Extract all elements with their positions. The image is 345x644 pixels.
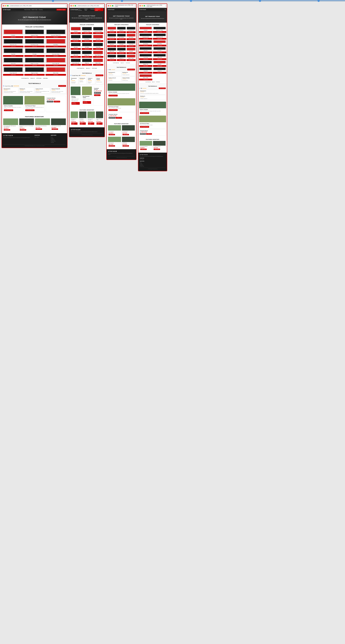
- close-dot-4[interactable]: [139, 5, 141, 6]
- write-review-btn-3[interactable]: WRITE A REVIEW: [127, 69, 135, 70]
- trailer-item-rolloff-base: Roll Off Base Trailer LEARN MORE: [24, 39, 45, 47]
- services-grid-1: Delivery Available Stryker is committed …: [2, 95, 67, 113]
- featured-grid-2: 25' Gooseneck Hydraulic$36,999.00LEARN M…: [70, 111, 103, 126]
- url-bar-3[interactable]: andersontractor.com (765) 378-1900: [114, 4, 135, 7]
- footer-copyright-2: © 2024 Stryker Dealership Group: [71, 133, 103, 135]
- min-dot-3[interactable]: [110, 5, 111, 6]
- progress-bar: [0, 0, 345, 2]
- delivery-btn-3[interactable]: GET PRE-APPROVED: [108, 95, 118, 96]
- nav-logo-2: STRYKER: [70, 9, 78, 10]
- chat-btn-1[interactable]: 💬 CHAT NOW: [47, 101, 53, 102]
- google-rating-4: G 4.9 ★★★★★ WRITE A REVIEW: [139, 88, 166, 89]
- hero-title-1: GET FINANCED TODAY: [23, 16, 46, 19]
- nav-logo-1: STRYKER: [3, 9, 10, 10]
- delivery-btn-2[interactable]: GET PRE-APPROVED: [71, 102, 80, 105]
- min-dot-1[interactable]: [5, 5, 6, 6]
- max-dot-3[interactable]: [112, 5, 113, 6]
- browser-chrome-2: andersontractor.com (765) 378-1900: [69, 4, 104, 8]
- trailer-item-truck-van: Truck & Van Trailers LEARN MORE: [45, 48, 66, 57]
- nav-cta-1[interactable]: Talk With An Expert: [56, 9, 66, 10]
- browser-window-4: andersontractor.com (765) 378-1900 STRYK…: [138, 4, 167, 171]
- inventory-item-4: 14'x97' BP Dump Trailer DP $12,369.00 LE…: [51, 118, 66, 132]
- trailer-item-step-deck: Step Deck LEARN MORE: [3, 48, 23, 57]
- trailer-categories-title-1: TRAILER CATEGORIES: [2, 24, 67, 28]
- site-nav-3: STRYKER ≡: [107, 8, 136, 11]
- finance-btn-1[interactable]: GET PRE-APPROVED: [25, 110, 34, 111]
- footer-link-shop[interactable]: Shop Trailers: [34, 136, 49, 138]
- site-footer-3: STRYKER We carry the most popular brands…: [107, 149, 136, 160]
- browser-window-3: andersontractor.com (765) 378-1900 STRYK…: [106, 4, 136, 160]
- hero-banner-2: GET FINANCED TODAY We carry the most pop…: [69, 11, 104, 23]
- close-dot-1[interactable]: [3, 5, 4, 6]
- testimonials-grid-2: Dannamarie H.★★★★★Great service! Very he…: [70, 77, 103, 84]
- trailer-item-gooseneck: Gooseneck Flatbed CGS LEARN MORE: [45, 29, 66, 38]
- service-finance-4: Get Financed Today! Checkout our financi…: [139, 116, 166, 129]
- hero-title-3: GET FINANCED TODAY: [113, 15, 130, 17]
- site-footer-4: STRYKER We carry the most popular brands…: [138, 152, 167, 171]
- testimonials-section-2: TESTIMONIALS G Google Rating 4.9 ★★★★★ W…: [69, 70, 104, 85]
- google-rating-2: G Google Rating 4.9 ★★★★★ WRITE A REVIEW: [70, 74, 103, 76]
- min-dot-4[interactable]: [142, 5, 143, 6]
- max-dot-4[interactable]: [144, 5, 145, 6]
- trailer-grid-2: EnclosedLEARN MORE Equipment TrailersLEA…: [69, 26, 104, 66]
- write-review-btn-2[interactable]: WRITE A REVIEW: [96, 74, 103, 76]
- trailer-categories-title-4: TRAILER CATEGORIES: [138, 23, 167, 26]
- hero-title-4: GET FINANCED TODAY: [145, 16, 160, 17]
- featured-section-4: FEATURED INVENTORY 25' Gooseneck Hydraul…: [138, 136, 167, 152]
- testimonial-1: Dannamarie H. ★★★★★ Great service! Very …: [3, 88, 18, 94]
- trailer-item-wedge: Wedge 2 Car Hauler LEARN MORE: [24, 58, 45, 66]
- url-bar-2[interactable]: andersontractor.com (765) 378-1900: [77, 4, 103, 7]
- service-customer-2: Customer Service 📞 (765) 378-1926 💬 CHAT…: [93, 86, 103, 106]
- hero-banner-3: GET FINANCED TODAY We carry the most pop…: [107, 11, 136, 23]
- chat-btn-2[interactable]: 💬 CHAT NOW: [94, 92, 101, 94]
- hero-subtitle-4: We carry the most popular brands and tra…: [141, 18, 164, 19]
- contact-btn-4[interactable]: CONTACT US: [146, 133, 152, 135]
- inventory-item-1: 25' Gooseneck 25k 51969 Hydraulic Dove T…: [3, 118, 18, 132]
- min-dot-2[interactable]: [73, 5, 74, 6]
- url-bar-1[interactable]: andersontractor.com (765) 378-1900: [9, 4, 66, 7]
- delivery-btn-4[interactable]: GET PRE-APPROVED: [140, 112, 149, 114]
- contact-btn-3[interactable]: CONTACT US: [116, 117, 122, 119]
- finance-btn-3[interactable]: GET PRE-APPROVED: [108, 109, 118, 111]
- max-dot-2[interactable]: [75, 5, 76, 6]
- trailer-item-single-car: Single Car Trailers LEARN MORE: [24, 67, 45, 76]
- nav-links-1: Shop Inventory Build-A-Trailer Financing: [24, 9, 43, 10]
- testimonial-2: Drinking Co. ★★★★★ Fantastic experience.…: [19, 88, 34, 94]
- service-finance-3: Get Financed Today! Checkout our financi…: [107, 98, 135, 112]
- service-delivery-2: Delivery Available Stryker is committed …: [70, 86, 81, 106]
- browser-window-2: andersontractor.com (765) 378-1900 STRYK…: [69, 4, 105, 137]
- service-customer-4: Customer Service 📞 (765) 378-1926 💬 CHAT…: [139, 129, 166, 136]
- contact-btn-1[interactable]: CONTACT US: [54, 101, 60, 102]
- chat-btn-4[interactable]: 💬 CHAT NOW: [140, 133, 146, 135]
- finance-btn-2[interactable]: GET PRE-APPROVED: [83, 101, 91, 104]
- delivery-btn-1[interactable]: GET PRE-APPROVED: [4, 110, 13, 111]
- write-review-btn-4[interactable]: WRITE A REVIEW: [159, 88, 166, 89]
- featured-section-3: FEATURED INVENTORY 25' Gooseneck$36,999.…: [107, 120, 136, 149]
- trailer-item-build: Build a Trailer LEARN MORE: [45, 67, 66, 76]
- services-section-3: Delivery Available Stryker is committed …: [107, 82, 136, 120]
- trailer-item-utility: Utility & 6X6 LEARN MORE: [3, 58, 23, 66]
- nav-links-2: Shop Inventory Build-A-Trailer Financing: [78, 8, 94, 11]
- close-dot-3[interactable]: [108, 5, 109, 6]
- close-dot-2[interactable]: [70, 5, 72, 6]
- testimonials-section-3: TESTIMONIALS G 4.9 ★★★★★ WRITE A REVIEW …: [107, 64, 136, 82]
- hero-subtitle-2: We carry the most popular brands and tra…: [71, 17, 103, 20]
- site-content-4: STRYKER ≡ GET FINANCED TODAY We carry th…: [138, 8, 167, 171]
- finance-btn-4[interactable]: GET PRE-APPROVED: [140, 126, 149, 128]
- browsers-container: andersontractor.com (765) 378-1900 STRYK…: [0, 2, 345, 173]
- write-review-btn-1[interactable]: WRITE A REVIEW: [58, 85, 66, 87]
- browser-chrome-4: andersontractor.com (765) 378-1900: [138, 4, 167, 8]
- nav-cta-2[interactable]: Talk With An Expert: [94, 8, 103, 11]
- services-grid-2: Delivery Available Stryker is committed …: [69, 85, 104, 107]
- max-dot-1[interactable]: [7, 5, 8, 6]
- chat-btn-3[interactable]: 💬 CHAT NOW: [109, 117, 115, 119]
- trailer-grid-4: EnclosedLEARN MORE Equipment TrailersLEA…: [138, 26, 167, 81]
- contact-btn-2[interactable]: CONTACT US: [94, 94, 100, 96]
- service-delivery-3: Delivery Available Stryker is committed …: [107, 84, 135, 97]
- site-content-1: STRYKER Shop Inventory Build-A-Trailer F…: [2, 8, 67, 148]
- featured-section-2: FEATURED INVENTORY 25' Gooseneck Hydraul…: [69, 107, 104, 126]
- url-bar-4[interactable]: andersontractor.com (765) 378-1900: [146, 4, 166, 7]
- inventory-item-2: 35' Flatbed Gooseneck F-750 Side Atlas R…: [19, 118, 34, 132]
- service-delivery-1: Delivery Available Stryker is committed …: [3, 96, 23, 112]
- google-rating-3: G 4.9 ★★★★★ WRITE A REVIEW: [108, 69, 135, 70]
